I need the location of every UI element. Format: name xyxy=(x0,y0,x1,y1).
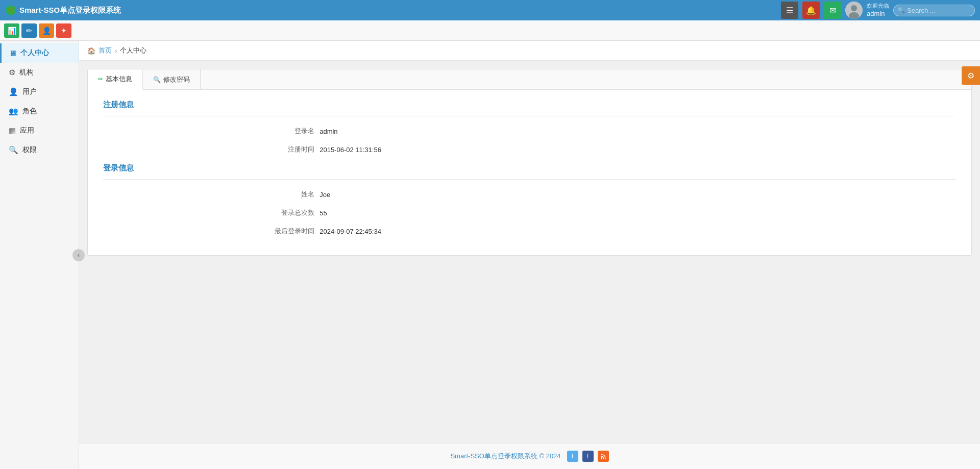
email-icon: ✉ xyxy=(829,6,836,15)
avatar-image xyxy=(845,2,863,19)
login-info-section: 登录信息 姓名 Joe 登录总次数 55 最后登录时间 2024-09-07 xyxy=(103,163,956,236)
search-input[interactable] xyxy=(893,5,975,16)
sidebar-label-users: 用户 xyxy=(22,87,37,96)
change-pwd-tab-icon: 🔍 xyxy=(153,76,161,83)
register-divider xyxy=(103,116,956,116)
messages-icon: ☰ xyxy=(786,6,793,15)
fullname-label: 姓名 xyxy=(274,190,314,199)
svg-point-5 xyxy=(600,457,602,459)
avatar xyxy=(845,2,863,19)
rss-icon[interactable] xyxy=(598,451,609,462)
tab-pwd-label: 修改密码 xyxy=(163,75,190,84)
sidebar-label-personal: 个人中心 xyxy=(20,48,49,58)
sidebar-label-apps: 应用 xyxy=(20,126,34,135)
toolbar-strip: 📊 ✏ 👤 ✦ xyxy=(0,20,980,41)
sidebar-item-personal[interactable]: 🖥 个人中心 xyxy=(0,43,79,63)
logo-icon: 🌿 xyxy=(5,5,16,16)
main-layout: 🖥 个人中心 ⚙ 机构 👤 用户 👥 角色 ▦ 应用 🔍 权限 ‹ xyxy=(0,41,980,469)
sidebar-label-org: 机构 xyxy=(19,68,34,77)
register-time-value: 2015-06-02 11:31:56 xyxy=(320,146,381,154)
footer-text: Smart-SSO单点登录权限系统 © 2024 xyxy=(450,452,560,461)
share-icon: ✦ xyxy=(61,27,67,35)
org-icon: ⚙ xyxy=(9,68,15,77)
app-logo: 🌿 Smart-SSO单点登录权限系统 xyxy=(5,5,121,16)
users-icon: 👤 xyxy=(9,87,18,96)
tab-content-basic: 注册信息 登录名 admin 注册时间 2015-06-02 11:31:56 xyxy=(88,90,971,255)
login-count-label: 登录总次数 xyxy=(274,208,314,217)
username-text: admin xyxy=(867,10,889,18)
tab-basic-label: 基本信息 xyxy=(106,75,132,84)
last-login-label: 最后登录时间 xyxy=(274,227,314,236)
roles-icon: 👥 xyxy=(9,107,18,116)
register-info-section: 注册信息 登录名 admin 注册时间 2015-06-02 11:31:56 xyxy=(103,100,956,154)
nav-right: ☰ 🔔 ✉ 欢迎光临 admin 🔍 xyxy=(781,2,975,19)
toolbar-btn-chart[interactable]: 📊 xyxy=(4,23,19,38)
sidebar: 🖥 个人中心 ⚙ 机构 👤 用户 👥 角色 ▦ 应用 🔍 权限 ‹ xyxy=(0,41,79,469)
tab-basic-info[interactable]: ✏ 基本信息 xyxy=(88,69,143,90)
facebook-icon[interactable]: f xyxy=(582,451,594,462)
fullname-row: 姓名 Joe xyxy=(103,190,956,199)
login-count-value: 55 xyxy=(320,209,327,217)
search-wrapper: 🔍 xyxy=(893,5,975,16)
footer-social-icons: t f xyxy=(567,451,609,462)
top-navbar: 🌿 Smart-SSO单点登录权限系统 ☰ 🔔 ✉ 欢迎光临 ad xyxy=(0,0,980,20)
user-icon: 👤 xyxy=(42,27,51,35)
toolbar-btn-share[interactable]: ✦ xyxy=(56,23,71,38)
breadcrumb-current: 个人中心 xyxy=(120,46,146,55)
svg-point-3 xyxy=(851,5,857,11)
monitor-icon: 🖥 xyxy=(9,49,16,58)
messages-button[interactable]: ☰ xyxy=(781,2,798,19)
settings-icon: ⚙ xyxy=(967,71,974,81)
sidebar-label-perms: 权限 xyxy=(22,145,37,155)
tabs-header: ✏ 基本信息 🔍 修改密码 xyxy=(88,69,971,90)
basic-info-tab-icon: ✏ xyxy=(98,76,103,83)
tabs-container: ✏ 基本信息 🔍 修改密码 注册信息 登录名 xyxy=(87,69,972,256)
login-name-row: 登录名 admin xyxy=(103,127,956,136)
bell-icon: 🔔 xyxy=(806,6,816,15)
login-name-value: admin xyxy=(320,128,337,135)
fullname-value: Joe xyxy=(320,191,330,199)
sidebar-item-perms[interactable]: 🔍 权限 xyxy=(0,140,79,160)
toolbar-btn-edit[interactable]: ✏ xyxy=(21,23,37,38)
svg-text:🌿: 🌿 xyxy=(7,6,15,15)
login-divider xyxy=(103,179,956,180)
footer: Smart-SSO单点登录权限系统 © 2024 t f xyxy=(79,443,980,469)
home-icon: 🏠 xyxy=(87,47,95,55)
sidebar-label-roles: 角色 xyxy=(22,107,37,116)
register-time-row: 注册时间 2015-06-02 11:31:56 xyxy=(103,145,956,154)
perms-icon: 🔍 xyxy=(9,145,18,155)
breadcrumb-separator: › xyxy=(115,47,117,55)
content-area: 🏠 首页 › 个人中心 ⚙ ✏ 基本信息 🔍 修改密码 xyxy=(79,41,980,469)
rss-svg xyxy=(600,453,606,459)
last-login-row: 最后登录时间 2024-09-07 22:45:34 xyxy=(103,227,956,236)
email-button[interactable]: ✉ xyxy=(824,2,841,19)
toolbar-btn-user[interactable]: 👤 xyxy=(39,23,54,38)
welcome-text: 欢迎光临 xyxy=(867,2,889,9)
sidebar-item-org[interactable]: ⚙ 机构 xyxy=(0,63,79,82)
login-name-label: 登录名 xyxy=(274,127,314,136)
register-time-label: 注册时间 xyxy=(274,145,314,154)
register-section-title: 注册信息 xyxy=(103,100,956,110)
breadcrumb: 🏠 首页 › 个人中心 xyxy=(79,41,980,61)
login-count-row: 登录总次数 55 xyxy=(103,208,956,217)
sidebar-item-apps[interactable]: ▦ 应用 xyxy=(0,121,79,140)
last-login-value: 2024-09-07 22:45:34 xyxy=(320,228,381,235)
apps-icon: ▦ xyxy=(9,126,16,135)
page-content: ✏ 基本信息 🔍 修改密码 注册信息 登录名 xyxy=(79,61,980,443)
chart-icon: 📊 xyxy=(8,27,16,35)
login-section-title: 登录信息 xyxy=(103,163,956,173)
breadcrumb-home[interactable]: 首页 xyxy=(99,46,112,55)
sidebar-item-users[interactable]: 👤 用户 xyxy=(0,82,79,102)
nav-left: 🌿 Smart-SSO单点登录权限系统 xyxy=(5,5,121,16)
sidebar-collapse-btn[interactable]: ‹ xyxy=(72,249,85,261)
sidebar-item-roles[interactable]: 👥 角色 xyxy=(0,102,79,121)
app-title: Smart-SSO单点登录权限系统 xyxy=(19,6,121,15)
user-area[interactable]: 欢迎光临 admin xyxy=(845,2,889,19)
settings-fab-button[interactable]: ⚙ xyxy=(962,66,980,85)
edit-icon: ✏ xyxy=(26,27,32,35)
user-info: 欢迎光临 admin xyxy=(867,2,889,18)
tab-change-password[interactable]: 🔍 修改密码 xyxy=(143,69,201,89)
twitter-icon[interactable]: t xyxy=(567,451,578,462)
chevron-left-icon: ‹ xyxy=(78,252,80,259)
notifications-button[interactable]: 🔔 xyxy=(802,2,820,19)
